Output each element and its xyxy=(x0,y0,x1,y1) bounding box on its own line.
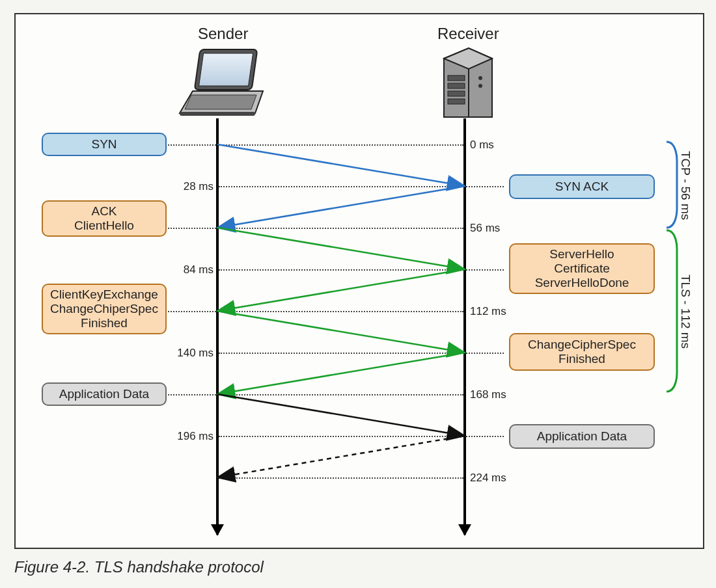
msg-synack-text: SYN ACK xyxy=(555,180,609,194)
msg-sh-line2: Certificate xyxy=(554,261,610,276)
msg-cc-line2: Finished xyxy=(558,352,605,366)
msg-sh-line1: ServerHello xyxy=(549,247,614,261)
msg-appdata-server-text: Application Data xyxy=(537,429,627,444)
svg-line-16 xyxy=(217,228,465,269)
figure-caption: Figure 4-2. TLS handshake protocol xyxy=(14,558,264,576)
msg-cke-line1: ClientKeyExchange xyxy=(50,287,158,302)
msg-ack-line2: ClientHello xyxy=(74,219,134,233)
msg-appdata-server: Application Data xyxy=(509,424,655,449)
phase-tcp-label: TCP - 56 ms xyxy=(678,151,693,220)
page: Sender Receiver xyxy=(0,0,716,588)
msg-cc-line1: ChangeCipherSpec xyxy=(528,338,636,352)
svg-line-19 xyxy=(217,353,465,394)
diagram-frame: Sender Receiver xyxy=(14,13,704,549)
svg-line-20 xyxy=(217,394,465,436)
msg-sh-line3: ServerHelloDone xyxy=(535,276,629,290)
msg-cke-line3: Finished xyxy=(81,316,128,330)
msg-appdata-client-text: Application Data xyxy=(59,387,149,401)
svg-line-18 xyxy=(217,311,465,353)
msg-cke-line2: ChangeChiperSpec xyxy=(50,302,158,316)
msg-synack: SYN ACK xyxy=(509,174,655,199)
msg-ack-clienthello: ACK ClientHello xyxy=(42,200,167,237)
svg-line-14 xyxy=(217,144,465,186)
msg-changecipher: ChangeCipherSpec Finished xyxy=(509,333,655,371)
msg-appdata-client: Application Data xyxy=(42,382,167,406)
svg-line-17 xyxy=(217,269,465,311)
msg-serverhello: ServerHello Certificate ServerHelloDone xyxy=(509,243,655,294)
svg-line-15 xyxy=(217,186,465,228)
msg-clientkeyexchange: ClientKeyExchange ChangeChiperSpec Finis… xyxy=(42,284,167,334)
phase-tls-label: TLS - 112 ms xyxy=(678,274,693,349)
msg-ack-line1: ACK xyxy=(91,204,117,219)
msg-syn-text: SYN xyxy=(91,137,117,152)
svg-line-21 xyxy=(217,436,465,477)
msg-syn: SYN xyxy=(42,133,167,156)
